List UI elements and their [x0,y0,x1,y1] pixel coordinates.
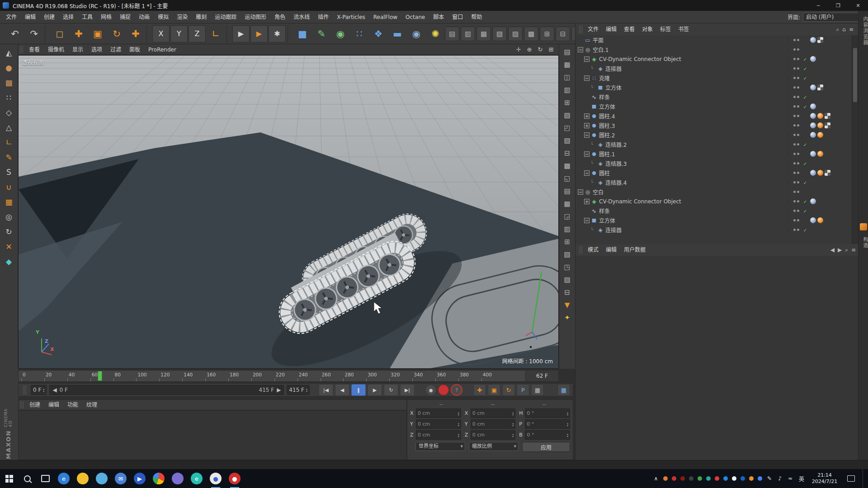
zoom-view-icon[interactable]: ⊕ [525,46,533,54]
position-input[interactable]: 0 cm ▴▾ [416,419,461,429]
expand-toggle[interactable] [584,132,590,138]
visibility-dots[interactable] [791,172,802,174]
palette-rows-icon[interactable]: ▥ [561,84,574,96]
viewport-menu-item[interactable]: 摄像机 [44,44,68,55]
tree-row[interactable]: 连接器 [576,64,852,73]
attribute-manager-menu-item[interactable]: 模式 [584,244,602,256]
scale-mode-dropdown[interactable]: 缩放比例 [469,442,519,451]
menu-item[interactable]: 渲染 [173,11,192,23]
start-frame-stepper[interactable]: ▴▾ [43,388,44,392]
size-input[interactable]: 0 cm ▴▾ [471,430,516,440]
history-button[interactable]: ↻ [2,225,16,239]
visibility-dots[interactable] [791,96,802,98]
material-manager-grip[interactable] [20,401,24,408]
field-stepper[interactable]: ▴▾ [458,433,459,437]
viewport-menu-grip[interactable] [20,46,23,53]
dynamics-tag-icon[interactable] [817,170,823,176]
visibility-dots[interactable] [791,86,802,89]
expand-toggle[interactable] [584,170,590,176]
pen-input-icon[interactable]: ✎ [766,475,773,482]
menu-item[interactable]: 捕捉 [116,11,135,23]
scrollbar-thumb[interactable] [853,48,857,102]
array-menu[interactable]: ∷ [350,25,368,43]
autokey-button[interactable]: ● [438,385,449,395]
previous-frame-button[interactable]: ◀ [335,384,349,396]
object-label[interactable]: 圆柱.3 [599,122,615,129]
field-stepper[interactable]: ▴▾ [512,433,514,437]
cinema4d-taskbar-icon[interactable]: ● [210,473,222,484]
size-input[interactable]: 0 cm ▴▾ [471,419,516,429]
menu-item[interactable]: 文件 [2,11,21,23]
end-frame-field[interactable]: 415 F ▴▾ [287,385,310,395]
attribute-manager-grip[interactable] [579,246,582,254]
texture-tag-icon[interactable] [825,113,830,119]
start-frame-field[interactable]: 0 F ▴▾ [31,385,47,395]
uv-menu-icon[interactable]: ▨ [508,27,523,41]
menu-item[interactable]: RealFlow [369,11,401,23]
slider-left-arrow-icon[interactable]: ◀ [52,387,57,393]
volume-icon[interactable]: ♪ [777,475,783,482]
visibility-dots[interactable] [791,219,802,221]
visibility-dots[interactable] [791,39,802,41]
enabled-check-icon[interactable] [803,57,807,62]
ime-language-indicator[interactable]: 英 [797,475,806,483]
palette-array2-icon[interactable]: ▤ [561,185,574,197]
menu-item[interactable]: 脚本 [429,11,448,23]
viewport-menu-item[interactable]: ProRender [144,44,180,55]
palette-rows2-icon[interactable]: ▥ [561,223,574,235]
network-icon[interactable]: ≈ [787,475,793,482]
position-header[interactable]: -- [415,401,467,408]
enabled-check-icon[interactable] [803,199,807,204]
menu-item[interactable]: 编辑 [21,11,40,23]
lock-y-axis-button[interactable]: Y [170,25,188,42]
tray-app-7[interactable] [715,476,719,481]
palette-corner4-icon[interactable]: ◳ [561,261,574,273]
light-menu[interactable]: ✺ [426,25,444,43]
separator[interactable] [288,25,292,43]
start-button[interactable] [0,469,18,488]
palette-split-icon[interactable]: ◫ [561,71,574,83]
pan-view-icon[interactable]: ✛ [514,46,523,54]
menu-item[interactable]: 雕刻 [192,11,211,23]
record-position-toggle[interactable]: ✚ [473,384,486,396]
position-input[interactable]: 0 cm ▴▾ [416,408,461,418]
menu-icon[interactable]: ≡ [849,26,854,33]
object-manager-menu-item[interactable]: 文件 [584,23,602,35]
workplane-toggle-button[interactable]: ▦ [2,195,16,209]
chrome-icon[interactable] [153,473,165,484]
menu-item[interactable]: 动画 [135,11,154,23]
enabled-check-icon[interactable] [803,76,807,81]
home-icon[interactable]: ⌂ [842,26,846,33]
expand-toggle[interactable] [584,56,590,62]
palette-hatch-icon[interactable]: ▨ [561,135,574,146]
pause-button[interactable]: ‖ [351,384,366,396]
dock-coordinates-icon[interactable] [860,223,867,230]
tray-app-4[interactable] [689,476,693,481]
timeline-range-slider[interactable]: ◀ 0 F 415 F ▶ [49,385,284,395]
size-input[interactable]: 0 cm ▴▾ [471,408,516,418]
subdivision-surface-menu[interactable]: ◉ [331,25,349,43]
object-label[interactable]: 圆柱.1 [599,150,615,158]
visibility-dots[interactable] [791,115,802,117]
rotation-input[interactable]: 0 ° ▴▾ [525,419,570,429]
taskbar-app-slot[interactable]: e [187,469,206,488]
workplane-menu-icon[interactable]: ▦ [476,27,491,41]
taskbar-app-slot[interactable]: ✉ [111,469,130,488]
tree-row[interactable]: 连结器.2 [576,140,852,149]
viewport-menu-item[interactable]: 查看 [25,44,44,55]
coordinate-system-button[interactable]: ∟ [207,25,225,43]
spline-pen-menu[interactable]: ✎ [312,25,330,43]
texture-tag-icon[interactable] [817,84,823,90]
object-label[interactable]: 立方体 [599,103,615,110]
sculpt-mode-button[interactable]: S [2,165,16,179]
launcher-icon[interactable]: ▼ [561,299,574,311]
hidden-icons-chevron[interactable]: ∧ [653,475,659,482]
phong-tag-icon[interactable] [810,198,816,204]
live-selection-tool[interactable]: ◻ [51,25,69,43]
loop-button[interactable]: ↻ [384,384,398,396]
attribute-manager-menu-item[interactable]: 编辑 [602,244,620,256]
object-label[interactable]: 连接器 [605,65,622,72]
tree-row[interactable]: 圆柱.4 [576,111,852,121]
render-picture-viewer-button[interactable]: ▶ [250,25,268,42]
tree-row[interactable]: 样条 [576,92,852,102]
